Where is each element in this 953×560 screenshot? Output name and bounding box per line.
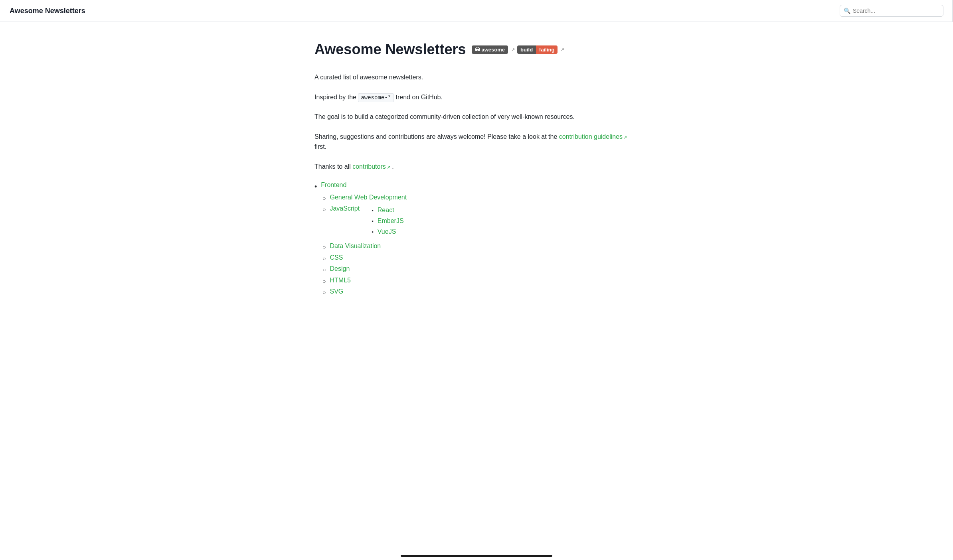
description-2: Inspired by the awesome-* trend on GitHu… bbox=[314, 92, 639, 103]
page-title: Awesome Newsletters bbox=[314, 41, 466, 58]
build-badge-link[interactable]: build failing bbox=[517, 45, 558, 54]
contribution-guidelines-text: contribution guidelines bbox=[559, 133, 623, 140]
badge-group: 🕶 awesome ↗ build failing ↗ bbox=[472, 45, 565, 54]
list-item-data-viz: Data Visualization bbox=[322, 243, 639, 251]
main-list: Frontend General Web Development JavaScr… bbox=[314, 181, 639, 297]
thanks-suffix: . bbox=[392, 163, 393, 170]
frontend-link[interactable]: Frontend bbox=[321, 181, 346, 189]
data-viz-link[interactable]: Data Visualization bbox=[330, 243, 381, 250]
awesome-badge-left-text: awesome bbox=[482, 47, 505, 53]
build-badge-right-text: failing bbox=[536, 45, 558, 54]
contributors-link[interactable]: contributors↗ bbox=[352, 163, 392, 170]
list-item-svg: SVG bbox=[322, 288, 639, 297]
list-item-html5: HTML5 bbox=[322, 277, 639, 286]
description-4-suffix: first. bbox=[314, 143, 326, 150]
contributors-text: contributors bbox=[352, 163, 386, 170]
main-content: Awesome Newsletters 🕶 awesome ↗ build fa… bbox=[305, 22, 648, 332]
site-header: Awesome Newsletters 🔍 bbox=[0, 0, 953, 22]
html5-link[interactable]: HTML5 bbox=[330, 277, 350, 284]
svg-link[interactable]: SVG bbox=[330, 288, 343, 295]
build-badge-left-text: build bbox=[517, 45, 536, 54]
list-item-emberjs: EmberJS bbox=[372, 217, 403, 226]
search-icon: 🔍 bbox=[844, 8, 850, 14]
awesome-badge-link[interactable]: 🕶 awesome bbox=[472, 45, 508, 54]
react-link[interactable]: React bbox=[378, 207, 394, 214]
design-link[interactable]: Design bbox=[330, 265, 350, 272]
description-2-suffix: trend on GitHub. bbox=[395, 94, 442, 101]
general-web-link[interactable]: General Web Development bbox=[330, 194, 407, 201]
contribution-guidelines-link[interactable]: contribution guidelines↗ bbox=[559, 133, 627, 140]
frontend-bullet: Frontend bbox=[314, 181, 639, 192]
search-wrapper: 🔍 bbox=[840, 5, 943, 17]
contributors-ext-icon: ↗ bbox=[387, 165, 390, 170]
list-item-design: Design bbox=[322, 265, 639, 274]
search-input[interactable] bbox=[840, 5, 943, 17]
thanks-block: Thanks to all contributors↗ . bbox=[314, 162, 639, 172]
awesome-badge-left: 🕶 awesome bbox=[472, 45, 508, 54]
awesome-badge-ext-icon: ↗ bbox=[511, 47, 515, 52]
build-badge-ext-icon: ↗ bbox=[561, 47, 564, 52]
site-title: Awesome Newsletters bbox=[10, 7, 85, 15]
sunglasses-icon: 🕶 bbox=[475, 47, 480, 53]
list-item-frontend: Frontend General Web Development JavaScr… bbox=[314, 181, 639, 297]
description-3: The goal is to build a categorized commu… bbox=[314, 112, 639, 122]
thanks-prefix: Thanks to all bbox=[314, 163, 351, 170]
page-title-row: Awesome Newsletters 🕶 awesome ↗ build fa… bbox=[314, 41, 639, 58]
emberjs-link[interactable]: EmberJS bbox=[378, 217, 404, 225]
list-item-general-web: General Web Development bbox=[322, 194, 639, 203]
css-link[interactable]: CSS bbox=[330, 254, 343, 261]
list-item-react: React bbox=[372, 207, 403, 215]
description-1: A curated list of awesome newsletters. bbox=[314, 72, 639, 83]
javascript-sub-list: React EmberJS VueJS bbox=[372, 207, 403, 239]
description-4: Sharing, suggestions and contributions a… bbox=[314, 132, 639, 152]
list-item-vuejs: VueJS bbox=[372, 228, 403, 237]
list-item-javascript: JavaScript React EmberJS VueJS bbox=[322, 205, 639, 240]
javascript-link[interactable]: JavaScript bbox=[330, 205, 360, 212]
awesome-code: awesome-* bbox=[358, 93, 394, 102]
description-2-prefix: Inspired by the bbox=[314, 94, 356, 101]
vuejs-link[interactable]: VueJS bbox=[378, 228, 396, 235]
contribution-ext-icon: ↗ bbox=[623, 135, 627, 140]
frontend-sub-list: General Web Development JavaScript React… bbox=[322, 194, 639, 297]
description-4-prefix: Sharing, suggestions and contributions a… bbox=[314, 133, 557, 140]
list-item-css: CSS bbox=[322, 254, 639, 263]
